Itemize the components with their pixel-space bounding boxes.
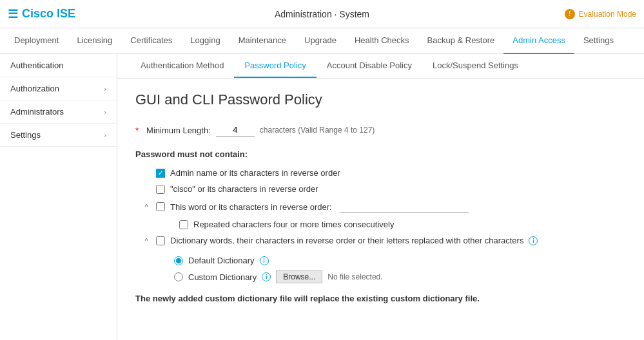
checkbox-row-admin-name: ✓ Admin name or its characters in revers… [142, 168, 626, 178]
main-layout: Authentication Authorization › Administr… [0, 54, 644, 340]
checkbox-label-dictionary: Dictionary words, their characters in re… [170, 236, 523, 245]
word-text-input[interactable] [340, 200, 469, 213]
radio-row-custom-dict: Custom Dictionary i Browse... No file se… [174, 270, 626, 283]
min-length-row: * Minimum Length: characters (Valid Rang… [135, 124, 626, 137]
logo-text: Cisco ISE [22, 7, 75, 21]
sidebar-label-administrators: Administrators [10, 107, 64, 117]
checkbox-row-cisco: "cisco" or its characters in reverse ord… [142, 184, 626, 194]
radio-label-default-dict: Default Dictionary [188, 256, 255, 265]
checkbox-label-admin-name: Admin name or its characters in reverse … [170, 168, 340, 178]
main-content: Authentication Method Password Policy Ac… [117, 54, 644, 340]
subtab-account-disable[interactable]: Account Disable Policy [317, 54, 422, 78]
info-icon-custom-dict[interactable]: i [262, 272, 271, 281]
min-length-input[interactable] [216, 124, 255, 137]
no-file-text: No file selected. [327, 272, 382, 281]
checkbox-dictionary[interactable] [156, 236, 165, 245]
checkbox-row-repeated: Repeated characters four or more times c… [142, 220, 626, 229]
subtab-auth-method[interactable]: Authentication Method [130, 54, 234, 78]
checkbox-word[interactable] [156, 202, 165, 211]
info-icon-default-dict[interactable]: i [260, 256, 269, 265]
page-title: GUI and CLI Password Policy [135, 91, 626, 108]
eval-mode-badge: ! Evaluation Mode [565, 9, 636, 19]
sidebar-label-authorization: Authorization [10, 84, 59, 93]
caret-dictionary: ^ [142, 237, 151, 245]
tab-logging[interactable]: Logging [181, 28, 229, 54]
checkbox-label-cisco: "cisco" or its characters in reverse ord… [170, 184, 318, 194]
info-icon-dictionary[interactable]: i [529, 236, 538, 245]
tab-admin-access[interactable]: Admin Access [503, 28, 574, 54]
page-body: GUI and CLI Password Policy * Minimum Le… [117, 79, 644, 316]
sidebar-item-settings[interactable]: Settings › [0, 124, 117, 147]
section-label: Password must not contain: [135, 149, 626, 159]
tab-upgrade[interactable]: Upgrade [295, 28, 346, 54]
tab-licensing[interactable]: Licensing [68, 28, 121, 54]
warning-icon: ! [565, 9, 575, 19]
sidebar: Authentication Authorization › Administr… [0, 54, 117, 340]
checkbox-label-word: This word or its characters in reverse o… [170, 202, 332, 212]
hamburger-icon[interactable]: ☰ [8, 7, 18, 21]
eval-mode-text: Evaluation Mode [579, 10, 636, 19]
topbar: ☰ Cisco ISE Administration · System ! Ev… [0, 0, 644, 28]
sidebar-item-administrators[interactable]: Administrators › [0, 100, 117, 124]
subtab-lock-suspend[interactable]: Lock/Suspend Settings [422, 54, 529, 78]
tab-certificates[interactable]: Certificates [121, 28, 181, 54]
radio-label-custom-dict: Custom Dictionary [188, 272, 257, 282]
chevron-icon-settings: › [104, 131, 106, 139]
min-length-label: Minimum Length: [146, 126, 211, 135]
sidebar-item-authentication[interactable]: Authentication [0, 54, 117, 77]
tab-health-checks[interactable]: Health Checks [346, 28, 418, 54]
min-length-hint: characters (Valid Range 4 to 127) [260, 126, 375, 135]
checkbox-cisco[interactable] [156, 185, 165, 194]
checkbox-admin-name[interactable]: ✓ [156, 169, 165, 178]
breadcrumb: Administration · System [275, 9, 369, 19]
required-star: * [135, 126, 139, 135]
footer-note: The newly added custom dictionary file w… [135, 294, 626, 303]
tab-maintenance[interactable]: Maintenance [229, 28, 295, 54]
caret-word: ^ [142, 203, 151, 211]
tab-deployment[interactable]: Deployment [5, 28, 68, 54]
checkbox-row-dictionary: ^ Dictionary words, their characters in … [142, 236, 626, 245]
checkbox-repeated[interactable] [179, 220, 188, 229]
checkbox-label-repeated: Repeated characters four or more times c… [193, 220, 394, 229]
checkbox-list: ✓ Admin name or its characters in revers… [135, 168, 626, 283]
sidebar-item-authorization[interactable]: Authorization › [0, 77, 117, 100]
radio-group-dictionary: Default Dictionary i Custom Dictionary i… [142, 256, 626, 283]
radio-default-dict[interactable] [174, 256, 183, 265]
chevron-icon-administrators: › [104, 108, 106, 116]
main-nav: Deployment Licensing Certificates Loggin… [0, 28, 644, 54]
app-logo[interactable]: ☰ Cisco ISE [8, 7, 75, 21]
browse-button[interactable]: Browse... [276, 270, 322, 283]
chevron-icon-authorization: › [104, 85, 106, 93]
sidebar-label-authentication: Authentication [10, 61, 63, 70]
tab-backup-restore[interactable]: Backup & Restore [418, 28, 504, 54]
sidebar-label-settings: Settings [10, 130, 41, 140]
subtab-password-policy[interactable]: Password Policy [234, 54, 316, 78]
sub-tabs: Authentication Method Password Policy Ac… [117, 54, 644, 79]
checkbox-row-word: ^ This word or its characters in reverse… [142, 200, 626, 213]
radio-custom-dict[interactable] [174, 272, 183, 281]
radio-row-default-dict: Default Dictionary i [174, 256, 626, 265]
tab-settings[interactable]: Settings [574, 28, 623, 54]
